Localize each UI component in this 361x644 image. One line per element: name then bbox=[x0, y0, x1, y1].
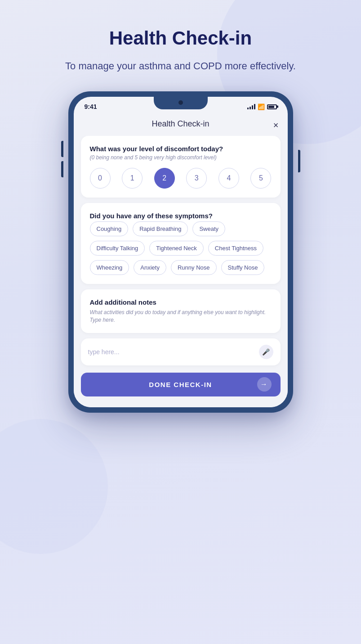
notes-input-area[interactable]: type here... 🎤 bbox=[81, 338, 281, 365]
symptom-difficulty-talking[interactable]: Difficulty Talking bbox=[90, 241, 145, 256]
scale-btn-0[interactable]: 0 bbox=[90, 168, 111, 189]
close-button[interactable]: × bbox=[273, 121, 279, 130]
scale-btn-4[interactable]: 4 bbox=[218, 168, 239, 189]
scale-btn-1[interactable]: 1 bbox=[122, 168, 143, 189]
volume-down-button bbox=[61, 161, 63, 177]
phone-screen: 9:41 📶 Health Check-in × bbox=[74, 97, 288, 407]
app-header-title: Health Check-in bbox=[152, 119, 209, 129]
symptoms-card: Did you have any of these symptoms? Coug… bbox=[81, 203, 281, 284]
microphone-icon[interactable]: 🎤 bbox=[259, 345, 273, 359]
app-content: What was your level of discomfort today?… bbox=[74, 136, 288, 407]
symptoms-question: Did you have any of these symptoms? bbox=[90, 212, 272, 220]
notes-input-placeholder[interactable]: type here... bbox=[88, 348, 120, 356]
notes-description: What activities did you do today and if … bbox=[90, 309, 272, 324]
notes-card: Add additional notes What activities did… bbox=[81, 289, 281, 333]
notes-label: Add additional notes bbox=[90, 298, 272, 306]
status-time: 9:41 bbox=[85, 103, 97, 110]
done-checkin-button[interactable]: DONE CHECK-IN → bbox=[81, 373, 281, 396]
symptom-tightened-neck[interactable]: Tightened Neck bbox=[149, 241, 204, 256]
discomfort-card: What was your level of discomfort today?… bbox=[81, 136, 281, 198]
symptom-sweaty[interactable]: Sweaty bbox=[192, 221, 225, 236]
symptom-rapid-breathing[interactable]: Rapid Breathing bbox=[133, 221, 188, 236]
scale-btn-2[interactable]: 2 bbox=[154, 168, 175, 189]
camera bbox=[178, 100, 183, 105]
discomfort-scale: 0 1 2 3 4 5 bbox=[90, 168, 272, 189]
discomfort-subtitle: (0 being none and 5 being very high disc… bbox=[90, 154, 272, 161]
wifi-icon: 📶 bbox=[258, 104, 265, 110]
symptom-chest-tightness[interactable]: Chest Tightness bbox=[208, 241, 263, 256]
phone-notch bbox=[154, 97, 208, 109]
symptom-runny-nose[interactable]: Runny Nose bbox=[171, 260, 217, 275]
done-button-arrow-icon: → bbox=[257, 377, 272, 392]
scale-btn-5[interactable]: 5 bbox=[250, 168, 271, 189]
power-button bbox=[298, 150, 300, 172]
volume-up-button bbox=[61, 141, 63, 157]
page-subtitle: To manage your asthma and COPD more effe… bbox=[65, 59, 296, 73]
battery-icon bbox=[267, 104, 277, 109]
symptom-stuffy-nose[interactable]: Stuffy Nose bbox=[221, 260, 265, 275]
page-title: Health Check-in bbox=[65, 27, 296, 50]
status-icons: 📶 bbox=[247, 104, 277, 110]
symptom-wheezing[interactable]: Wheezing bbox=[90, 260, 129, 275]
symptoms-list: Coughing Rapid Breathing Sweaty Difficul… bbox=[90, 221, 272, 275]
symptom-anxiety[interactable]: Anxiety bbox=[134, 260, 166, 275]
signal-icon bbox=[247, 104, 255, 109]
discomfort-question: What was your level of discomfort today? bbox=[90, 145, 272, 153]
symptom-coughing[interactable]: Coughing bbox=[90, 221, 129, 236]
page-header: Health Check-in To manage your asthma an… bbox=[65, 27, 296, 73]
scale-btn-3[interactable]: 3 bbox=[186, 168, 207, 189]
done-button-label: DONE CHECK-IN bbox=[149, 381, 212, 388]
app-header: Health Check-in × bbox=[74, 114, 288, 136]
phone-frame: 9:41 📶 Health Check-in × bbox=[68, 91, 293, 413]
